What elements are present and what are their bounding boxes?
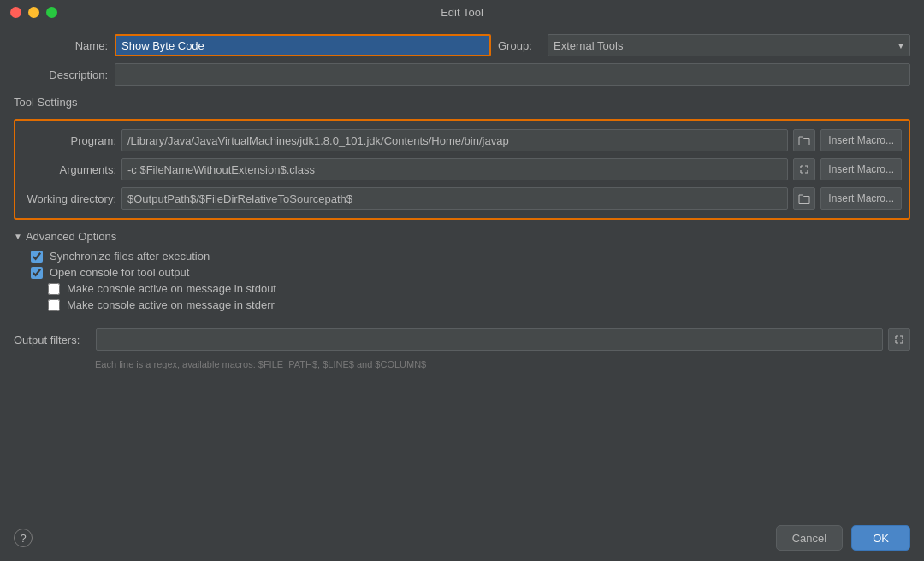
arguments-label: Arguments: bbox=[22, 163, 116, 176]
group-select-wrapper: External Tools ▼ bbox=[548, 34, 910, 56]
output-filters-label: Output filters: bbox=[14, 334, 91, 346]
name-label: Name: bbox=[14, 39, 108, 52]
working-dir-input[interactable] bbox=[121, 187, 788, 210]
collapse-triangle-icon: ▼ bbox=[14, 232, 22, 241]
arguments-row: Arguments: Insert Macro... bbox=[22, 158, 902, 180]
program-insert-macro-button[interactable]: Insert Macro... bbox=[820, 129, 902, 151]
minimize-button[interactable] bbox=[28, 7, 39, 18]
output-filters-hint: Each line is a regex, available macros: … bbox=[95, 359, 910, 369]
stderr-checkbox[interactable] bbox=[48, 299, 60, 311]
program-folder-icon[interactable] bbox=[793, 129, 815, 151]
program-row: Program: Insert Macro... bbox=[22, 129, 902, 151]
tool-settings-group: Program: Insert Macro... Arguments: Inse… bbox=[14, 119, 910, 220]
arguments-expand-icon[interactable] bbox=[793, 158, 815, 180]
working-dir-label: Working directory: bbox=[22, 192, 116, 205]
stderr-label: Make console active on message in stderr bbox=[67, 298, 275, 311]
window-title: Edit Tool bbox=[441, 6, 483, 19]
name-row: Name: Group: External Tools ▼ bbox=[14, 34, 910, 56]
advanced-section: ▼ Advanced Options Synchronize files aft… bbox=[14, 230, 910, 315]
arguments-insert-macro-button[interactable]: Insert Macro... bbox=[820, 158, 902, 180]
cancel-button[interactable]: Cancel bbox=[776, 525, 843, 551]
program-label: Program: bbox=[22, 134, 116, 147]
stdout-checkbox[interactable] bbox=[48, 283, 60, 295]
console-row: Open console for tool output bbox=[31, 266, 910, 279]
description-label: Description: bbox=[14, 68, 108, 81]
group-label: Group: bbox=[498, 39, 541, 52]
name-input[interactable] bbox=[115, 34, 491, 56]
working-dir-row: Working directory: Insert Macro... bbox=[22, 187, 902, 210]
advanced-header[interactable]: ▼ Advanced Options bbox=[14, 230, 910, 243]
stdout-row: Make console active on message in stdout bbox=[48, 282, 910, 295]
ok-button[interactable]: OK bbox=[851, 525, 910, 551]
program-input[interactable] bbox=[121, 129, 788, 151]
working-dir-folder-icon[interactable] bbox=[793, 187, 815, 210]
tool-settings-label: Tool Settings bbox=[14, 96, 910, 109]
dialog-body: Name: Group: External Tools ▼ Descriptio… bbox=[0, 24, 924, 517]
advanced-options-label: Advanced Options bbox=[26, 230, 116, 243]
help-button[interactable]: ? bbox=[14, 529, 33, 547]
sync-row: Synchronize files after execution bbox=[31, 250, 910, 263]
stdout-label: Make console active on message in stdout bbox=[67, 282, 276, 295]
group-select[interactable]: External Tools bbox=[548, 34, 910, 56]
sync-label: Synchronize files after execution bbox=[50, 250, 210, 263]
bottom-bar: ? Cancel OK bbox=[0, 517, 924, 561]
arguments-input[interactable] bbox=[121, 158, 788, 180]
stderr-row: Make console active on message in stderr bbox=[48, 298, 910, 311]
console-checkbox[interactable] bbox=[31, 267, 43, 279]
maximize-button[interactable] bbox=[46, 7, 57, 18]
output-filters-input[interactable] bbox=[96, 328, 883, 351]
title-bar: Edit Tool bbox=[0, 0, 924, 24]
description-input[interactable] bbox=[115, 63, 910, 86]
description-row: Description: bbox=[14, 63, 910, 86]
working-dir-insert-macro-button[interactable]: Insert Macro... bbox=[820, 187, 902, 210]
console-label: Open console for tool output bbox=[50, 266, 189, 279]
output-filters-expand-icon[interactable] bbox=[888, 328, 910, 351]
close-button[interactable] bbox=[10, 7, 21, 18]
output-filters-row: Output filters: bbox=[14, 328, 910, 351]
sync-checkbox[interactable] bbox=[31, 251, 43, 263]
window-controls bbox=[10, 7, 57, 18]
action-buttons: Cancel OK bbox=[776, 525, 910, 551]
